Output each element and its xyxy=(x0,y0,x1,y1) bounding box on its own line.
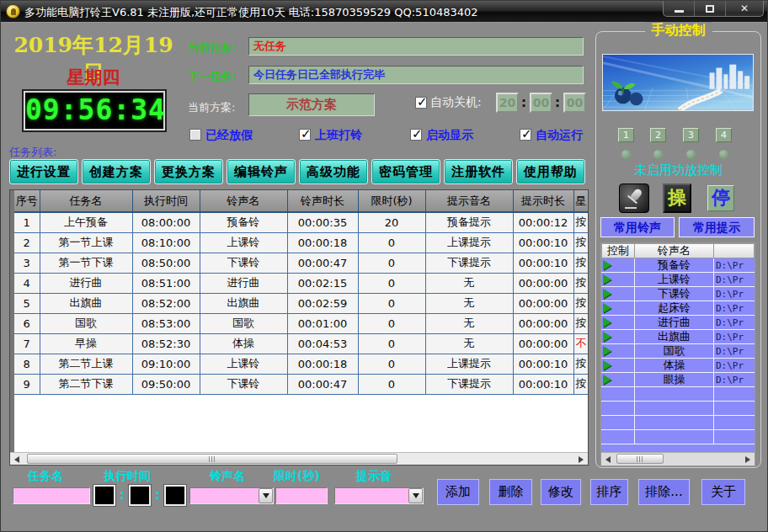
bell-row[interactable] xyxy=(601,430,755,444)
app-window: 多功能电脑打铃王V6.81 未注册版,还可正常使用10天 电话:15870359… xyxy=(0,0,768,532)
prompt-dropdown-icon[interactable] xyxy=(408,488,423,503)
create-plan-button[interactable]: 创建方案 xyxy=(82,159,151,184)
bell-row[interactable]: 预备铃 D:\Pr xyxy=(601,258,755,273)
limit-input[interactable] xyxy=(275,487,328,504)
task-name-input[interactable] xyxy=(13,487,90,504)
scroll-thumb[interactable] xyxy=(27,454,397,464)
minimize-button[interactable] xyxy=(664,1,695,16)
delete-button[interactable]: 删除 xyxy=(489,479,532,505)
bell-row[interactable] xyxy=(601,416,755,430)
holiday-checkbox[interactable] xyxy=(189,129,201,141)
shutdown-second-field[interactable]: 00 xyxy=(563,93,586,113)
scroll-right-icon[interactable] xyxy=(574,453,588,466)
shutdown-colon: : xyxy=(555,95,560,110)
exec-time-label: 执行时间 xyxy=(104,469,151,484)
bell-list-hscrollbar[interactable] xyxy=(601,452,755,466)
play-icon[interactable] xyxy=(603,375,611,385)
channel-3-led xyxy=(686,150,696,159)
channel-2-button[interactable]: 2 xyxy=(650,128,666,142)
scroll-right-icon[interactable] xyxy=(741,453,755,466)
modify-button[interactable]: 修改 xyxy=(541,479,581,505)
bell-row[interactable]: 国歌 D:\Pr xyxy=(601,344,755,359)
edit-bells-button[interactable]: 编辑铃声 xyxy=(227,159,296,184)
plan-field: 示范方案 xyxy=(248,93,375,116)
bell-name: 体操 xyxy=(635,359,714,372)
col-header: 铃声名 xyxy=(200,190,287,212)
bell-path: D:\Pr xyxy=(714,344,753,358)
play-icon[interactable] xyxy=(603,332,611,342)
shutdown-minute-field[interactable]: 00 xyxy=(530,93,552,113)
table-hscrollbar[interactable] xyxy=(10,452,588,465)
scroll-thumb[interactable] xyxy=(616,454,664,464)
bell-path xyxy=(714,416,753,429)
operate-button[interactable]: 操 xyxy=(663,184,691,213)
bell-row[interactable] xyxy=(601,387,755,402)
exec-second-input[interactable] xyxy=(164,485,186,506)
shutdown-hour-field[interactable]: 20 xyxy=(496,93,519,113)
table-row[interactable]: 3第一节下课08:50:00 下课铃00:00:470 下课提示00:00:10… xyxy=(14,253,589,273)
play-icon[interactable] xyxy=(603,317,611,327)
bell-list: 控制 铃声名 预备铃 D:\Pr 上课铃 D:\Pr 下课铃 D:\Pr 起床铃… xyxy=(600,242,755,466)
common-prompts-button[interactable]: 常用提示 xyxy=(679,217,755,237)
bell-row[interactable]: 体操 D:\Pr xyxy=(601,359,755,373)
play-icon[interactable] xyxy=(603,303,611,313)
col-header: 星 xyxy=(573,190,589,212)
scroll-left-icon[interactable] xyxy=(601,453,615,466)
bell-dropdown-icon[interactable] xyxy=(259,488,273,503)
stop-button[interactable]: 停 xyxy=(707,185,734,211)
table-row[interactable]: 7早操08:52:30 体操00:04:530 无00:00:00不 xyxy=(14,333,589,354)
auto-shutdown-checkbox[interactable] xyxy=(415,97,427,109)
channel-4-button[interactable]: 4 xyxy=(716,128,732,142)
password-button[interactable]: 密码管理 xyxy=(371,159,440,184)
table-row[interactable]: 2第一节上课08:10:00 上课铃00:00:180 上课提示00:00:10… xyxy=(14,232,589,253)
manual-control-title: 手动控制 xyxy=(645,22,712,40)
bell-name: 眼操 xyxy=(635,373,714,386)
table-row[interactable]: 4进行曲08:51:00 进行曲00:02:150 无00:00:00按 xyxy=(14,273,589,293)
channel-1-button[interactable]: 1 xyxy=(618,128,634,142)
close-button[interactable]: ✕ xyxy=(726,1,763,16)
play-icon[interactable] xyxy=(603,360,611,370)
time-colon: : xyxy=(120,487,125,503)
table-row[interactable]: 6国歌08:53:00 国歌00:01:000 无00:00:00按 xyxy=(14,313,589,333)
settings-button[interactable]: 进行设置 xyxy=(9,159,78,184)
workbell-checkbox[interactable] xyxy=(299,129,311,141)
bell-row[interactable] xyxy=(601,402,755,416)
microphone-button[interactable] xyxy=(619,184,649,213)
bell-row[interactable]: 起床铃 D:\Pr xyxy=(601,301,755,316)
startup-display-checkbox[interactable] xyxy=(410,129,422,141)
switch-plan-button[interactable]: 更换方案 xyxy=(154,159,223,184)
about-button[interactable]: 关于 xyxy=(701,479,745,505)
register-button[interactable]: 注册软件 xyxy=(444,159,513,184)
scroll-left-icon[interactable] xyxy=(10,453,24,466)
bell-row[interactable]: 进行曲 D:\Pr xyxy=(601,316,755,330)
exclude-button[interactable]: 排除... xyxy=(638,479,690,505)
bell-row[interactable]: 眼操 D:\Pr xyxy=(601,373,755,387)
advanced-button[interactable]: 高级功能 xyxy=(299,159,368,184)
workbell-label: 上班打铃 xyxy=(315,128,362,143)
play-icon[interactable] xyxy=(603,346,611,356)
bell-name: 出旗曲 xyxy=(635,330,714,343)
sort-button[interactable]: 排序 xyxy=(590,479,628,505)
play-icon[interactable] xyxy=(603,274,611,285)
bell-name xyxy=(635,430,714,444)
table-row[interactable]: 9第二节下课09:50:00 下课铃00:00:470 下课提示00:00:10… xyxy=(14,374,589,394)
table-header-row: 序号 任务名 执行时间 铃声名 铃声时长 限时(秒) 提示音名 提示时长 星 xyxy=(14,190,589,212)
table-row[interactable]: 8第二节上课09:10:00 上课铃00:00:180 上课提示00:00:10… xyxy=(14,354,589,374)
help-button[interactable]: 使用帮助 xyxy=(516,159,585,184)
channel-3-button[interactable]: 3 xyxy=(683,128,699,142)
play-icon[interactable] xyxy=(603,289,611,299)
table-row[interactable]: 1上午预备08:00:00 预备铃00:00:3520 预备提示00:00:12… xyxy=(14,212,589,232)
bell-path: D:\Pr xyxy=(714,373,753,386)
maximize-button[interactable] xyxy=(695,1,726,16)
bell-row[interactable]: 出旗曲 D:\Pr xyxy=(601,330,755,344)
exec-minute-input[interactable] xyxy=(129,485,151,506)
bell-row[interactable]: 下课铃 D:\Pr xyxy=(601,287,755,301)
table-row[interactable]: 5出旗曲08:52:00 出旗曲00:02:590 无00:00:00按 xyxy=(14,293,589,313)
autorun-checkbox[interactable] xyxy=(520,129,531,141)
bell-row[interactable]: 上课铃 D:\Pr xyxy=(601,273,755,287)
common-bells-button[interactable]: 常用铃声 xyxy=(600,217,675,237)
play-icon[interactable] xyxy=(603,260,611,270)
exec-hour-input[interactable] xyxy=(93,485,115,506)
bell-name: 起床铃 xyxy=(635,301,714,315)
add-button[interactable]: 添加 xyxy=(437,479,479,505)
